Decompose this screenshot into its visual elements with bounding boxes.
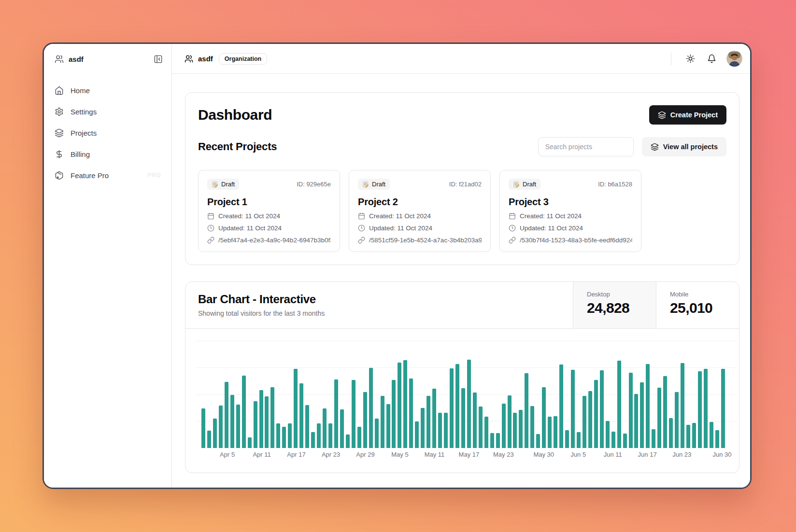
project-card[interactable]: Draft ID: f21ad02 Project 2 Created: 11 …: [349, 170, 491, 252]
bar[interactable]: [398, 363, 401, 448]
bar[interactable]: [519, 410, 523, 448]
bar[interactable]: [600, 370, 604, 448]
create-project-button[interactable]: Create Project: [649, 105, 726, 125]
bar[interactable]: [525, 373, 528, 448]
bar[interactable]: [409, 378, 413, 448]
bar[interactable]: [311, 432, 315, 448]
bar[interactable]: [473, 392, 477, 448]
bar[interactable]: [554, 416, 557, 448]
sidebar-item-projects[interactable]: Projects: [50, 124, 166, 141]
bar[interactable]: [623, 434, 627, 448]
search-input[interactable]: [538, 137, 634, 156]
bar[interactable]: [219, 406, 223, 448]
bar[interactable]: [669, 418, 673, 448]
bar[interactable]: [548, 417, 552, 448]
bar[interactable]: [565, 430, 569, 448]
bar[interactable]: [536, 434, 540, 448]
bar[interactable]: [213, 419, 217, 448]
bar[interactable]: [317, 423, 321, 448]
bar[interactable]: [444, 413, 448, 448]
sidebar-item-billing[interactable]: Billing: [50, 145, 166, 163]
bar[interactable]: [710, 422, 713, 448]
bar[interactable]: [276, 423, 280, 448]
bar[interactable]: [577, 432, 581, 448]
bar[interactable]: [381, 396, 384, 448]
bar[interactable]: [334, 379, 338, 448]
bar[interactable]: [675, 392, 679, 448]
bar[interactable]: [340, 409, 344, 448]
bar[interactable]: [698, 371, 702, 448]
stat-mobile[interactable]: Mobile 25,010: [656, 282, 739, 328]
bar[interactable]: [207, 431, 211, 448]
bar[interactable]: [328, 423, 332, 448]
notifications-button[interactable]: [703, 51, 720, 67]
project-card[interactable]: Draft ID: 929e65e Project 1 Created: 11 …: [198, 170, 340, 252]
bar[interactable]: [652, 429, 655, 448]
bar[interactable]: [403, 360, 407, 448]
bar[interactable]: [346, 434, 350, 448]
bar[interactable]: [230, 395, 234, 448]
stat-desktop[interactable]: Desktop 24,828: [573, 282, 656, 328]
bar[interactable]: [681, 363, 684, 448]
bar[interactable]: [634, 394, 638, 448]
bar[interactable]: [588, 391, 592, 448]
bar[interactable]: [305, 405, 309, 448]
bar[interactable]: [496, 433, 500, 448]
bar[interactable]: [513, 413, 517, 448]
bar[interactable]: [432, 389, 436, 448]
bar[interactable]: [357, 427, 361, 448]
bar[interactable]: [640, 382, 644, 448]
sidebar-item-home[interactable]: Home: [50, 82, 166, 99]
bar[interactable]: [270, 387, 274, 448]
bar[interactable]: [657, 388, 661, 448]
bar[interactable]: [450, 368, 454, 448]
theme-toggle-button[interactable]: [682, 51, 698, 67]
bar[interactable]: [254, 401, 257, 448]
bar[interactable]: [455, 364, 459, 448]
project-link[interactable]: /5ebf47a4-e2e3-4a9c-94b2-6947b3b0f3…: [207, 237, 331, 244]
bar[interactable]: [421, 408, 425, 448]
bar[interactable]: [686, 425, 690, 448]
bar[interactable]: [426, 396, 430, 448]
bar[interactable]: [467, 360, 471, 448]
bar[interactable]: [484, 417, 488, 448]
bar[interactable]: [559, 364, 563, 448]
bar[interactable]: [242, 376, 246, 448]
bar[interactable]: [265, 396, 269, 448]
bar[interactable]: [352, 380, 355, 448]
bar[interactable]: [201, 408, 205, 448]
bar[interactable]: [259, 390, 263, 448]
bar[interactable]: [248, 437, 252, 448]
view-all-projects-button[interactable]: View all projects: [642, 137, 726, 156]
bar[interactable]: [299, 383, 303, 448]
bar[interactable]: [369, 368, 373, 448]
bar[interactable]: [282, 427, 286, 448]
bar[interactable]: [294, 369, 298, 448]
bar[interactable]: [542, 387, 546, 448]
bar[interactable]: [611, 432, 615, 448]
bar[interactable]: [583, 396, 586, 448]
bar[interactable]: [594, 380, 598, 448]
bar[interactable]: [704, 369, 708, 448]
panel-collapse-icon[interactable]: [154, 55, 163, 64]
project-link[interactable]: /5851cf59-1e5b-4524-a7ac-3b4b203a9ec9: [358, 237, 482, 244]
bar[interactable]: [571, 370, 575, 448]
bar[interactable]: [629, 373, 633, 448]
bar[interactable]: [715, 430, 719, 448]
bar[interactable]: [323, 408, 327, 448]
bar[interactable]: [530, 406, 534, 448]
bar[interactable]: [692, 423, 696, 448]
bar[interactable]: [392, 380, 396, 448]
bar[interactable]: [721, 369, 725, 448]
project-link[interactable]: /530b7f4d-1523-48a3-b5fe-eedf6dd92456: [509, 237, 632, 244]
bar[interactable]: [479, 406, 483, 448]
bar[interactable]: [646, 364, 650, 448]
bar[interactable]: [363, 392, 367, 448]
bar[interactable]: [508, 395, 512, 448]
bar[interactable]: [386, 404, 390, 448]
bar[interactable]: [606, 421, 610, 448]
bar[interactable]: [490, 433, 494, 448]
sidebar-item-feature-pro[interactable]: Feature Pro PRO: [50, 167, 166, 184]
bar[interactable]: [502, 404, 506, 448]
bar[interactable]: [415, 421, 419, 448]
